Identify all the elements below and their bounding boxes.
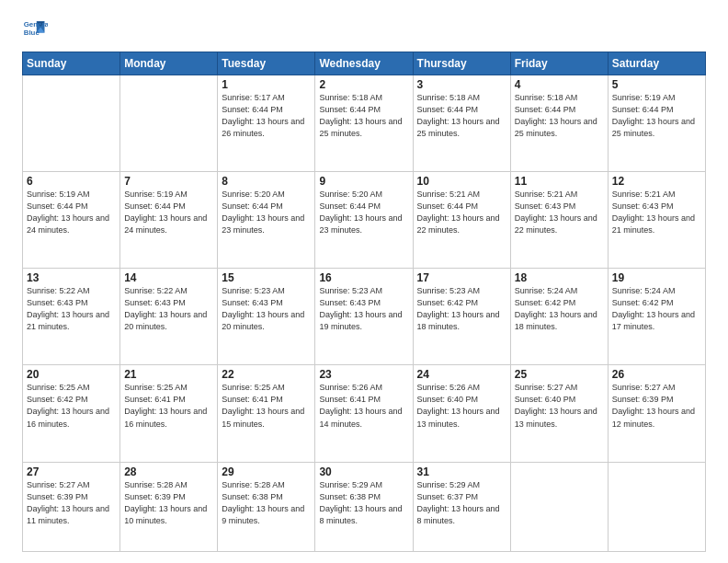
day-number: 21 bbox=[124, 368, 213, 381]
week-row-2: 13Sunrise: 5:22 AMSunset: 6:43 PMDayligh… bbox=[23, 269, 706, 365]
day-info: Sunrise: 5:22 AMSunset: 6:43 PMDaylight:… bbox=[27, 285, 116, 333]
day-info: Sunrise: 5:27 AMSunset: 6:39 PMDaylight:… bbox=[612, 382, 701, 430]
weekday-header-monday: Monday bbox=[120, 52, 218, 75]
day-info: Sunrise: 5:25 AMSunset: 6:42 PMDaylight:… bbox=[27, 382, 116, 430]
day-info: Sunrise: 5:23 AMSunset: 6:43 PMDaylight:… bbox=[319, 285, 408, 333]
calendar-cell: 21Sunrise: 5:25 AMSunset: 6:41 PMDayligh… bbox=[120, 365, 218, 462]
day-number: 30 bbox=[319, 465, 408, 478]
day-number: 5 bbox=[612, 78, 701, 91]
calendar-cell bbox=[510, 462, 608, 552]
calendar-cell: 11Sunrise: 5:21 AMSunset: 6:43 PMDayligh… bbox=[510, 172, 608, 269]
calendar-cell: 31Sunrise: 5:29 AMSunset: 6:37 PMDayligh… bbox=[413, 462, 510, 552]
page: General Blue SundayMondayTuesdayWednesda… bbox=[0, 0, 728, 563]
day-info: Sunrise: 5:27 AMSunset: 6:39 PMDaylight:… bbox=[27, 479, 116, 527]
weekday-header-wednesday: Wednesday bbox=[315, 52, 413, 75]
day-number: 13 bbox=[27, 271, 116, 284]
calendar-cell bbox=[608, 462, 705, 552]
day-info: Sunrise: 5:17 AMSunset: 6:44 PMDaylight:… bbox=[222, 92, 311, 140]
calendar-cell: 16Sunrise: 5:23 AMSunset: 6:43 PMDayligh… bbox=[315, 269, 413, 365]
day-number: 20 bbox=[27, 368, 116, 381]
day-info: Sunrise: 5:19 AMSunset: 6:44 PMDaylight:… bbox=[124, 189, 213, 236]
svg-text:General: General bbox=[24, 20, 48, 29]
day-number: 25 bbox=[515, 368, 604, 381]
day-info: Sunrise: 5:18 AMSunset: 6:44 PMDaylight:… bbox=[417, 92, 506, 140]
day-info: Sunrise: 5:26 AMSunset: 6:40 PMDaylight:… bbox=[417, 382, 506, 430]
calendar-body: 1Sunrise: 5:17 AMSunset: 6:44 PMDaylight… bbox=[23, 75, 706, 552]
day-info: Sunrise: 5:25 AMSunset: 6:41 PMDaylight:… bbox=[222, 382, 311, 430]
day-info: Sunrise: 5:20 AMSunset: 6:44 PMDaylight:… bbox=[222, 189, 311, 236]
calendar-cell bbox=[120, 75, 218, 172]
calendar-cell: 8Sunrise: 5:20 AMSunset: 6:44 PMDaylight… bbox=[218, 172, 315, 269]
calendar-cell: 23Sunrise: 5:26 AMSunset: 6:41 PMDayligh… bbox=[315, 365, 413, 462]
header: General Blue bbox=[22, 17, 706, 42]
day-number: 22 bbox=[222, 368, 311, 381]
weekday-header-sunday: Sunday bbox=[23, 52, 120, 75]
day-number: 2 bbox=[319, 78, 408, 91]
svg-text:Blue: Blue bbox=[24, 29, 40, 37]
day-number: 3 bbox=[417, 78, 506, 91]
day-info: Sunrise: 5:29 AMSunset: 6:37 PMDaylight:… bbox=[417, 479, 506, 527]
calendar-cell: 24Sunrise: 5:26 AMSunset: 6:40 PMDayligh… bbox=[413, 365, 510, 462]
weekday-header-saturday: Saturday bbox=[608, 52, 705, 75]
calendar-table: SundayMondayTuesdayWednesdayThursdayFrid… bbox=[22, 52, 706, 552]
day-info: Sunrise: 5:26 AMSunset: 6:41 PMDaylight:… bbox=[319, 382, 408, 430]
day-info: Sunrise: 5:23 AMSunset: 6:42 PMDaylight:… bbox=[417, 285, 506, 333]
day-info: Sunrise: 5:24 AMSunset: 6:42 PMDaylight:… bbox=[515, 285, 604, 333]
calendar-cell: 18Sunrise: 5:24 AMSunset: 6:42 PMDayligh… bbox=[510, 269, 608, 365]
day-info: Sunrise: 5:21 AMSunset: 6:43 PMDaylight:… bbox=[515, 189, 604, 236]
calendar-cell bbox=[23, 75, 120, 172]
calendar-cell: 3Sunrise: 5:18 AMSunset: 6:44 PMDaylight… bbox=[413, 75, 510, 172]
day-info: Sunrise: 5:19 AMSunset: 6:44 PMDaylight:… bbox=[612, 92, 701, 140]
day-number: 28 bbox=[124, 465, 213, 478]
day-number: 23 bbox=[319, 368, 408, 381]
day-info: Sunrise: 5:18 AMSunset: 6:44 PMDaylight:… bbox=[319, 92, 408, 140]
day-number: 10 bbox=[417, 175, 506, 188]
day-info: Sunrise: 5:28 AMSunset: 6:38 PMDaylight:… bbox=[222, 479, 311, 527]
calendar-cell: 7Sunrise: 5:19 AMSunset: 6:44 PMDaylight… bbox=[120, 172, 218, 269]
calendar-cell: 1Sunrise: 5:17 AMSunset: 6:44 PMDaylight… bbox=[218, 75, 315, 172]
calendar-cell: 9Sunrise: 5:20 AMSunset: 6:44 PMDaylight… bbox=[315, 172, 413, 269]
day-number: 31 bbox=[417, 465, 506, 478]
weekday-header-tuesday: Tuesday bbox=[218, 52, 315, 75]
day-info: Sunrise: 5:21 AMSunset: 6:44 PMDaylight:… bbox=[417, 189, 506, 236]
day-info: Sunrise: 5:28 AMSunset: 6:39 PMDaylight:… bbox=[124, 479, 213, 527]
logo-icon: General Blue bbox=[22, 17, 48, 42]
weekday-header-friday: Friday bbox=[510, 52, 608, 75]
day-number: 27 bbox=[27, 465, 116, 478]
calendar-cell: 27Sunrise: 5:27 AMSunset: 6:39 PMDayligh… bbox=[23, 462, 120, 552]
day-number: 26 bbox=[612, 368, 701, 381]
weekday-header-thursday: Thursday bbox=[413, 52, 510, 75]
week-row-4: 27Sunrise: 5:27 AMSunset: 6:39 PMDayligh… bbox=[23, 462, 706, 552]
day-number: 19 bbox=[612, 271, 701, 284]
calendar-cell: 19Sunrise: 5:24 AMSunset: 6:42 PMDayligh… bbox=[608, 269, 705, 365]
day-number: 14 bbox=[124, 271, 213, 284]
day-info: Sunrise: 5:19 AMSunset: 6:44 PMDaylight:… bbox=[27, 189, 116, 236]
day-info: Sunrise: 5:29 AMSunset: 6:38 PMDaylight:… bbox=[319, 479, 408, 527]
calendar-cell: 12Sunrise: 5:21 AMSunset: 6:43 PMDayligh… bbox=[608, 172, 705, 269]
day-number: 11 bbox=[515, 175, 604, 188]
day-number: 1 bbox=[222, 78, 311, 91]
week-row-1: 6Sunrise: 5:19 AMSunset: 6:44 PMDaylight… bbox=[23, 172, 706, 269]
calendar-cell: 6Sunrise: 5:19 AMSunset: 6:44 PMDaylight… bbox=[23, 172, 120, 269]
calendar-cell: 28Sunrise: 5:28 AMSunset: 6:39 PMDayligh… bbox=[120, 462, 218, 552]
calendar-cell: 10Sunrise: 5:21 AMSunset: 6:44 PMDayligh… bbox=[413, 172, 510, 269]
day-info: Sunrise: 5:18 AMSunset: 6:44 PMDaylight:… bbox=[515, 92, 604, 140]
day-info: Sunrise: 5:20 AMSunset: 6:44 PMDaylight:… bbox=[319, 189, 408, 236]
calendar-cell: 2Sunrise: 5:18 AMSunset: 6:44 PMDaylight… bbox=[315, 75, 413, 172]
day-info: Sunrise: 5:27 AMSunset: 6:40 PMDaylight:… bbox=[515, 382, 604, 430]
week-row-3: 20Sunrise: 5:25 AMSunset: 6:42 PMDayligh… bbox=[23, 365, 706, 462]
day-info: Sunrise: 5:22 AMSunset: 6:43 PMDaylight:… bbox=[124, 285, 213, 333]
day-number: 8 bbox=[222, 175, 311, 188]
calendar-cell: 13Sunrise: 5:22 AMSunset: 6:43 PMDayligh… bbox=[23, 269, 120, 365]
day-number: 12 bbox=[612, 175, 701, 188]
calendar-cell: 4Sunrise: 5:18 AMSunset: 6:44 PMDaylight… bbox=[510, 75, 608, 172]
day-number: 15 bbox=[222, 271, 311, 284]
calendar-cell: 25Sunrise: 5:27 AMSunset: 6:40 PMDayligh… bbox=[510, 365, 608, 462]
day-number: 16 bbox=[319, 271, 408, 284]
calendar-cell: 15Sunrise: 5:23 AMSunset: 6:43 PMDayligh… bbox=[218, 269, 315, 365]
calendar-cell: 30Sunrise: 5:29 AMSunset: 6:38 PMDayligh… bbox=[315, 462, 413, 552]
calendar-cell: 17Sunrise: 5:23 AMSunset: 6:42 PMDayligh… bbox=[413, 269, 510, 365]
day-number: 6 bbox=[27, 175, 116, 188]
day-number: 18 bbox=[515, 271, 604, 284]
calendar-cell: 29Sunrise: 5:28 AMSunset: 6:38 PMDayligh… bbox=[218, 462, 315, 552]
